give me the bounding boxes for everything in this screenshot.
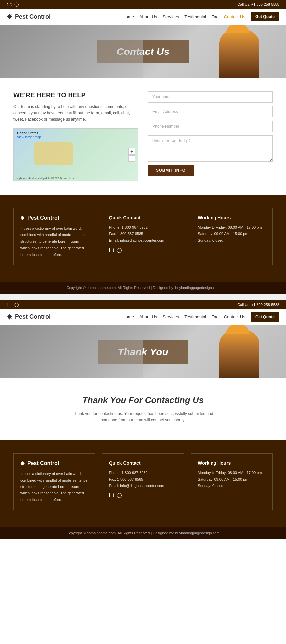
hero-worker-figure bbox=[219, 28, 259, 78]
footer-facebook-icon[interactable]: f bbox=[109, 247, 110, 253]
nav2-contact[interactable]: Contact Us bbox=[224, 314, 245, 319]
contact-form: SUBMIT INFO bbox=[148, 91, 273, 181]
navbar-2: ✸ Pest Control Home About Us Services Te… bbox=[0, 309, 286, 325]
social-icons-2: f t ◯ bbox=[7, 302, 19, 307]
top-bar: f t ◯ Call Us: +1 800-258-5588 bbox=[0, 0, 286, 9]
phone-input[interactable] bbox=[148, 121, 273, 132]
footer-bottom-2: Copyright © domainname.com. All Rights R… bbox=[0, 527, 286, 539]
hero-bg-2 bbox=[0, 325, 143, 378]
copyright-text-2: Copyright © domainname.com. All Rights R… bbox=[67, 531, 220, 535]
hero-worker-2 bbox=[219, 329, 259, 378]
footer-bottom: Copyright © domainname.com. All Rights R… bbox=[0, 282, 286, 294]
page-divider bbox=[0, 294, 286, 300]
footer2-brand: ✸ Pest Control bbox=[20, 460, 88, 467]
twitter-icon[interactable]: t bbox=[10, 2, 11, 7]
footer2-contact-info: Phone: 1-800-987-3232 Fax: 1-800-587-858… bbox=[109, 470, 177, 489]
map-usa-shape bbox=[34, 142, 73, 165]
contact-section: WE'RE HERE TO HELP Our team is standing … bbox=[0, 78, 286, 195]
footer-twitter-icon[interactable]: t bbox=[113, 247, 114, 253]
nav-services[interactable]: Services bbox=[162, 14, 179, 19]
thankyou-description: Thank you for contacting us. Your reques… bbox=[67, 411, 219, 423]
nav-contact[interactable]: Contact Us bbox=[224, 14, 245, 19]
get-quote-button-2[interactable]: Get Quote bbox=[251, 312, 279, 322]
footer2-hours-card: Working Hours Monday to Friday: 08:00 AM… bbox=[191, 453, 273, 510]
footer-social-icons: f t ◯ bbox=[109, 247, 177, 253]
nav-links-2: Home About Us Services Testimonial Faq C… bbox=[122, 312, 279, 322]
facebook-icon-2[interactable]: f bbox=[7, 302, 8, 307]
footer-brand-icon: ✸ bbox=[20, 215, 25, 221]
footer2-instagram-icon[interactable]: ◯ bbox=[117, 492, 122, 498]
footer2-contact-card: Quick Contact Phone: 1-800-987-3232 Fax:… bbox=[102, 453, 184, 510]
topbar-phone: Call Us: +1 800-258-5588 bbox=[237, 2, 279, 6]
nav-faq[interactable]: Faq bbox=[211, 14, 218, 19]
footer-hours-title: Working Hours bbox=[198, 215, 266, 220]
nav-links: Home About Us Services Testimonial Faq C… bbox=[122, 12, 279, 21]
footer-contact-info: Phone: 1-800-987-3232 Fax: 1-800-587-858… bbox=[109, 224, 177, 244]
nav2-testimonial[interactable]: Testimonial bbox=[184, 314, 206, 319]
get-quote-button[interactable]: Get Quote bbox=[251, 12, 279, 21]
contact-description: Our team is standing by to help with any… bbox=[13, 104, 138, 123]
brand-name-2: Pest Control bbox=[15, 313, 51, 320]
footer-contact-card: Quick Contact Phone: 1-800-987-3232 Fax:… bbox=[102, 208, 184, 265]
footer-2: ✸ Pest Control It uses a dictionary of o… bbox=[0, 440, 286, 527]
hero-banner: Contact Us bbox=[0, 25, 286, 78]
email-input[interactable] bbox=[148, 106, 273, 117]
footer2-hours-info: Monday to Friday: 08:00 AM - 17:00 pm Sa… bbox=[198, 470, 266, 489]
footer-instagram-icon[interactable]: ◯ bbox=[117, 247, 122, 253]
footer-brand-card: ✸ Pest Control It uses a dictionary of o… bbox=[13, 208, 95, 265]
nav-about[interactable]: About Us bbox=[139, 14, 157, 19]
footer2-contact-title: Quick Contact bbox=[109, 460, 177, 466]
footer: ✸ Pest Control It uses a dictionary of o… bbox=[0, 195, 286, 282]
brand: ✸ Pest Control bbox=[7, 13, 51, 21]
topbar-phone-2: Call Us: +1 800-258-5588 bbox=[237, 303, 279, 307]
footer2-social-icons: f t ◯ bbox=[109, 492, 177, 498]
nav2-faq[interactable]: Faq bbox=[211, 314, 218, 319]
instagram-icon-2[interactable]: ◯ bbox=[14, 302, 19, 307]
hero-thankyou: Thank You bbox=[0, 325, 286, 378]
map-container: United States View larger map + − Keyboa… bbox=[13, 128, 138, 181]
brand-icon: ✸ bbox=[7, 13, 12, 21]
footer-brand-name: Pest Control bbox=[27, 215, 59, 221]
name-input[interactable] bbox=[148, 91, 273, 103]
instagram-icon[interactable]: ◯ bbox=[14, 2, 19, 7]
footer2-brand-card: ✸ Pest Control It uses a dictionary of o… bbox=[13, 453, 95, 510]
footer2-brand-name: Pest Control bbox=[27, 460, 59, 466]
nav2-about[interactable]: About Us bbox=[139, 314, 157, 319]
brand-name: Pest Control bbox=[15, 13, 51, 20]
brand-icon-2: ✸ bbox=[7, 313, 12, 321]
message-textarea[interactable] bbox=[148, 135, 273, 162]
map-label: United States bbox=[17, 131, 38, 135]
zoom-out-button[interactable]: − bbox=[128, 155, 135, 162]
brand-2: ✸ Pest Control bbox=[7, 313, 51, 321]
map-zoom-controls: + − bbox=[128, 148, 135, 162]
footer2-facebook-icon[interactable]: f bbox=[109, 492, 110, 498]
map-link[interactable]: View larger map bbox=[17, 135, 41, 139]
facebook-icon[interactable]: f bbox=[7, 2, 8, 7]
footer-grid: ✸ Pest Control It uses a dictionary of o… bbox=[13, 208, 273, 265]
contact-left: WE'RE HERE TO HELP Our team is standing … bbox=[13, 91, 138, 181]
thankyou-heading: Thank You For Contacting Us bbox=[13, 395, 273, 405]
footer2-hours-title: Working Hours bbox=[198, 460, 266, 466]
top-bar-2: f t ◯ Call Us: +1 800-258-5588 bbox=[0, 300, 286, 309]
map-inner: United States View larger map + − Keyboa… bbox=[14, 129, 138, 181]
twitter-icon-2[interactable]: t bbox=[10, 302, 11, 307]
footer-brand: ✸ Pest Control bbox=[20, 215, 88, 221]
hero-bg bbox=[0, 25, 143, 78]
footer-hours-card: Working Hours Monday to Friday: 08:00 AM… bbox=[191, 208, 273, 265]
footer2-twitter-icon[interactable]: t bbox=[113, 492, 114, 498]
map-footer: Keyboard shortcuts Map data ©2022 Terms … bbox=[14, 177, 138, 180]
zoom-in-button[interactable]: + bbox=[128, 148, 135, 155]
footer-hours-info: Monday to Friday: 08:00 AM - 17:00 pm Sa… bbox=[198, 224, 266, 244]
navbar: ✸ Pest Control Home About Us Services Te… bbox=[0, 9, 286, 25]
social-icons: f t ◯ bbox=[7, 2, 19, 7]
nav-testimonial[interactable]: Testimonial bbox=[184, 14, 206, 19]
thankyou-section: Thank You For Contacting Us Thank you fo… bbox=[0, 378, 286, 440]
footer-grid-2: ✸ Pest Control It uses a dictionary of o… bbox=[13, 453, 273, 510]
nav2-home[interactable]: Home bbox=[122, 314, 134, 319]
submit-button[interactable]: SUBMIT INFO bbox=[148, 165, 194, 176]
footer2-brand-icon: ✸ bbox=[20, 460, 25, 467]
nav2-services[interactable]: Services bbox=[162, 314, 179, 319]
contact-heading: WE'RE HERE TO HELP bbox=[13, 91, 138, 99]
footer-brand-desc: It uses a dictionary of over Latin word,… bbox=[20, 225, 88, 258]
nav-home[interactable]: Home bbox=[122, 14, 134, 19]
